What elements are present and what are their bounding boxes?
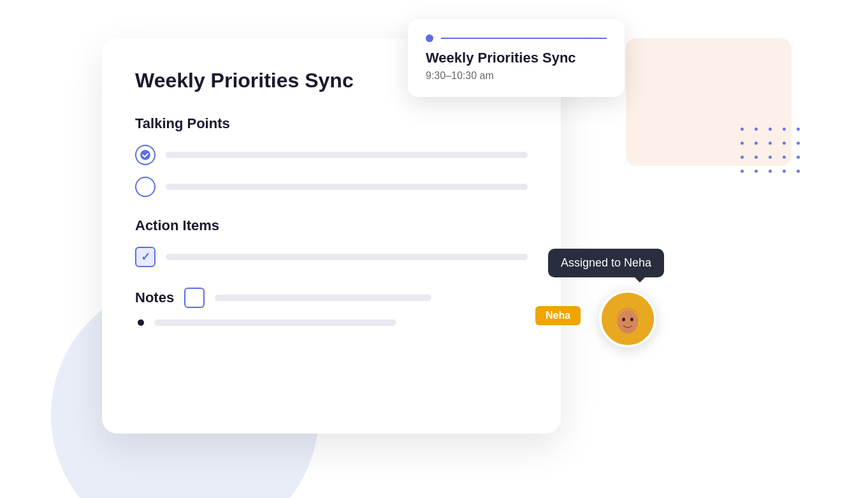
notes-line-2: [154, 319, 396, 326]
assigned-tooltip: Assigned to Neha: [548, 249, 664, 277]
avatar: [599, 290, 656, 348]
notes-line-1: [215, 295, 431, 301]
action-item-1: [135, 247, 528, 267]
talking-point-line-2: [166, 184, 528, 190]
checkbox-square-empty[interactable]: [184, 288, 205, 308]
talking-point-item-1: [135, 145, 528, 165]
svg-point-8: [622, 318, 625, 321]
notes-label: Notes: [135, 289, 174, 306]
svg-point-9: [630, 318, 633, 321]
calendar-timeline: [426, 34, 607, 42]
checkbox-circle-empty[interactable]: [135, 177, 156, 197]
checkbox-square-checked[interactable]: [135, 247, 156, 267]
main-card: Weekly Priorities Sync Talking Points Ac…: [102, 38, 561, 434]
checkbox-circle-checked[interactable]: [135, 145, 156, 165]
talking-points-section: Talking Points: [135, 115, 528, 197]
calendar-time: 9:30–10:30 am: [426, 70, 607, 82]
timeline-line: [441, 38, 607, 39]
calendar-card: Weekly Priorities Sync 9:30–10:30 am: [408, 19, 625, 97]
action-item-line-1: [166, 254, 528, 260]
action-items-label: Action Items: [135, 217, 528, 234]
dot-grid: [741, 128, 804, 177]
bullet-point: [138, 319, 144, 326]
notes-row: Notes: [135, 288, 528, 308]
timeline-dot: [426, 34, 433, 42]
assigned-tooltip-text: Assigned to Neha: [561, 256, 651, 269]
action-items-section: Action Items: [135, 217, 528, 267]
calendar-title: Weekly Priorities Sync: [426, 50, 607, 66]
talking-points-label: Talking Points: [135, 115, 528, 132]
notes-section: Notes: [135, 288, 528, 326]
talking-point-item-2: [135, 177, 528, 197]
svg-point-7: [618, 310, 639, 333]
scene: Weekly Priorities Sync 9:30–10:30 am Wee…: [0, 0, 868, 498]
neha-badge: Neha: [535, 306, 581, 325]
talking-point-line-1: [166, 152, 528, 158]
bullet-row: [135, 319, 528, 326]
